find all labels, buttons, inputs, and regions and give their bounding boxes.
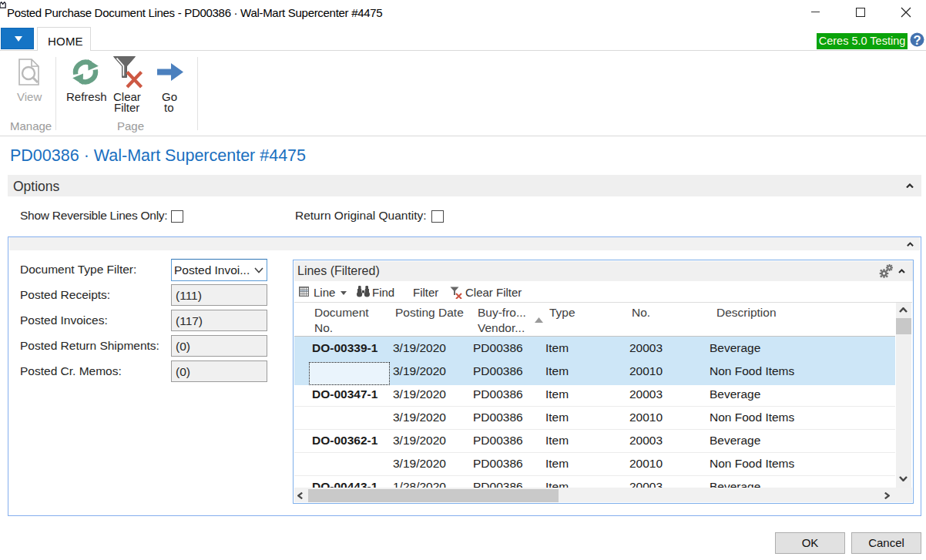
svg-text:?: ? — [913, 33, 921, 47]
